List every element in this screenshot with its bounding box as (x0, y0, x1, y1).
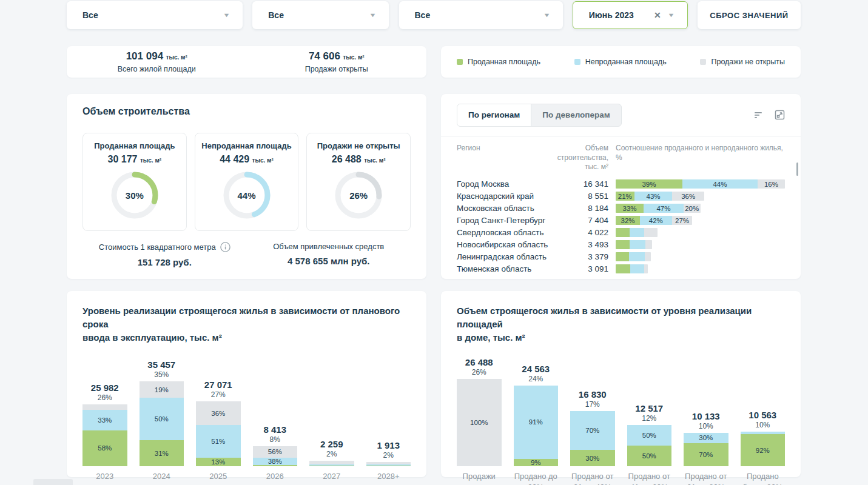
bar-share-label: 2% (309, 450, 354, 458)
bar-share-label: 26% (82, 393, 127, 402)
raised-funds: Объем привлеченных средств 4 578 655 млн… (247, 242, 411, 267)
clear-icon[interactable]: ✕ (654, 10, 668, 20)
bar-segment-green (309, 466, 354, 466)
bar-share-label: 27% (196, 390, 241, 399)
stacked-bar[interactable] (309, 461, 354, 466)
x-axis-label: Проданоболее 80% (741, 471, 786, 485)
bar-segment-green: 70% (684, 443, 728, 467)
bar-share-label: 24% (514, 375, 559, 383)
bar-segment-blue: 30% (684, 433, 728, 443)
scrollbar-thumb[interactable] (796, 162, 798, 176)
stat-open-sales: 74 606 тыс. м² Продажи открыты (247, 46, 427, 78)
region-ratio-bar (616, 228, 658, 237)
table-row[interactable]: Новосибирская область3 493 (457, 239, 785, 251)
filter-select-1[interactable]: Все ▼ (67, 1, 243, 29)
table-row[interactable]: Город Санкт-Петербург7 40432%42%27% (457, 215, 785, 227)
table-row[interactable]: Ленинградская область3 379 (457, 251, 785, 263)
stacked-bar[interactable]: 91%9% (514, 386, 559, 467)
donut-chart-unsold[interactable]: 44% (221, 170, 272, 221)
stacked-bar[interactable]: 50%50% (627, 425, 672, 466)
bar-segment-green (616, 264, 630, 273)
bar-segment-gray: 16% (758, 179, 785, 189)
tab-by-regions[interactable]: По регионам (457, 104, 531, 126)
stacked-bar[interactable] (366, 462, 411, 467)
region-ratio-bar: 39%44%16% (616, 179, 785, 189)
bar-segment-green (616, 252, 629, 261)
chevron-down-icon: ▼ (543, 12, 550, 18)
bar-column: 8 4138%56%38%2026 (253, 352, 298, 482)
bar-column: 27 07127%36%51%13%2025 (196, 352, 241, 482)
stacked-bar[interactable]: 33%58% (82, 404, 127, 467)
x-axis-label: 2028+ (366, 471, 411, 482)
region-name: Краснодарский край (457, 192, 547, 201)
table-row[interactable]: Город Москва16 34139%44%16% (457, 178, 785, 190)
main-row: Объем строительства Проданная площадь 30… (67, 94, 801, 279)
bar-share-label: 2% (366, 451, 411, 460)
bar-segment-green (616, 240, 630, 249)
bar-column: 35 45735%19%50%31%2024 (140, 352, 184, 482)
bar-segment-gray (645, 240, 652, 249)
date-filter-select[interactable]: Июнь 2023 ✕ ▼ (573, 1, 688, 29)
filter-select-2[interactable]: Все ▼ (252, 1, 389, 29)
donut-chart-sold[interactable]: 30% (109, 170, 160, 221)
bar-segment-green: 50% (627, 446, 672, 466)
stacked-bar[interactable]: 36%51%13% (196, 401, 241, 466)
filter-select-3[interactable]: Все ▼ (399, 1, 563, 29)
bar-segment-blue: 70% (570, 411, 615, 450)
tab-by-developers[interactable]: По девелоперам (531, 104, 621, 126)
stacked-bar[interactable]: 92% (741, 432, 786, 466)
sort-icon[interactable] (754, 111, 764, 119)
bar-value-label: 24 563 (514, 364, 559, 374)
bar-column: 1 9132%2028+ (366, 352, 411, 482)
bar-segment-green (253, 465, 298, 466)
table-row[interactable]: Краснодарский край8 55121%43%36% (457, 190, 785, 202)
stacked-bar[interactable]: 30%70% (684, 433, 728, 466)
table-row[interactable]: Московская область8 18433%47%20% (457, 202, 785, 215)
table-row[interactable]: Свердловская область4 022 (457, 227, 785, 239)
table-row[interactable]: Тюменская область3 091 (457, 263, 785, 275)
stacked-bar[interactable]: 70%30% (570, 411, 615, 466)
construction-volume-card: Объем строительства Проданная площадь 30… (67, 94, 426, 279)
donut-card-sold: Проданная площадь 30 177 тыс. м² 30% (82, 133, 187, 231)
stacked-bar-chart-by-year: 25 98226%33%58%202335 45735%19%50%31%202… (82, 352, 411, 482)
stacked-bar[interactable]: 100% (457, 379, 502, 466)
region-volume: 16 341 (547, 179, 608, 189)
bar-segment-green: 39% (616, 179, 682, 189)
region-name: Ленинградская область (457, 252, 547, 261)
bar-value-label: 2 259 (309, 439, 354, 449)
donut-chart-not-open[interactable]: 26% (333, 170, 384, 221)
region-ratio-bar (616, 252, 651, 261)
reset-filters-button[interactable]: СБРОС ЗНАЧЕНИЙ (698, 1, 801, 29)
bar-segment-blue: 47% (644, 204, 684, 213)
completion-year-chart-card: Уровень реализации строящегося жилья в з… (67, 291, 426, 477)
bar-segment-gray: 36% (196, 401, 241, 424)
legend-swatch-green (457, 59, 463, 65)
bar-segment-green: 31% (140, 440, 184, 466)
x-axis-label: Продано от41 до 60% (627, 471, 672, 485)
region-volume: 8 184 (547, 204, 608, 213)
x-axis-label: 2025 (196, 471, 241, 482)
bar-column: 16 83017%70%30%Продано от21 до 40% (570, 352, 615, 485)
bar-segment-blue: 38% (253, 458, 298, 466)
region-volume: 7 404 (547, 216, 608, 225)
bar-column: 10 13310%30%70%Продано от61 до 80% (684, 352, 728, 485)
region-name: Московская область (457, 204, 547, 213)
bar-share-label: 10% (684, 422, 728, 430)
region-ratio-bar: 32%42%27% (616, 216, 692, 225)
bar-column: 12 51712%50%50%Продано от41 до 60% (627, 352, 672, 485)
bar-segment-blue: 43% (634, 192, 673, 201)
bar-column: 24 56324%91%9%Продано до20% (514, 352, 559, 485)
x-axis-label: Продано от21 до 40% (570, 471, 615, 485)
bar-column: 26 48826%100%Продажине открыты (457, 352, 502, 485)
region-name: Город Москва (457, 179, 547, 189)
info-icon[interactable] (220, 242, 230, 252)
bar-segment-blue: 33% (82, 410, 127, 430)
bar-segment-blue: 50% (140, 398, 184, 440)
bar-segment-blue (630, 264, 645, 273)
stacked-bar[interactable]: 56%38% (253, 446, 298, 466)
expand-icon[interactable] (775, 110, 785, 120)
bar-segment-gray: 27% (672, 216, 693, 225)
regions-card-header: По регионам По девелоперам (441, 94, 801, 136)
region-volume: 4 022 (547, 228, 608, 237)
stacked-bar[interactable]: 19%50%31% (140, 381, 184, 466)
